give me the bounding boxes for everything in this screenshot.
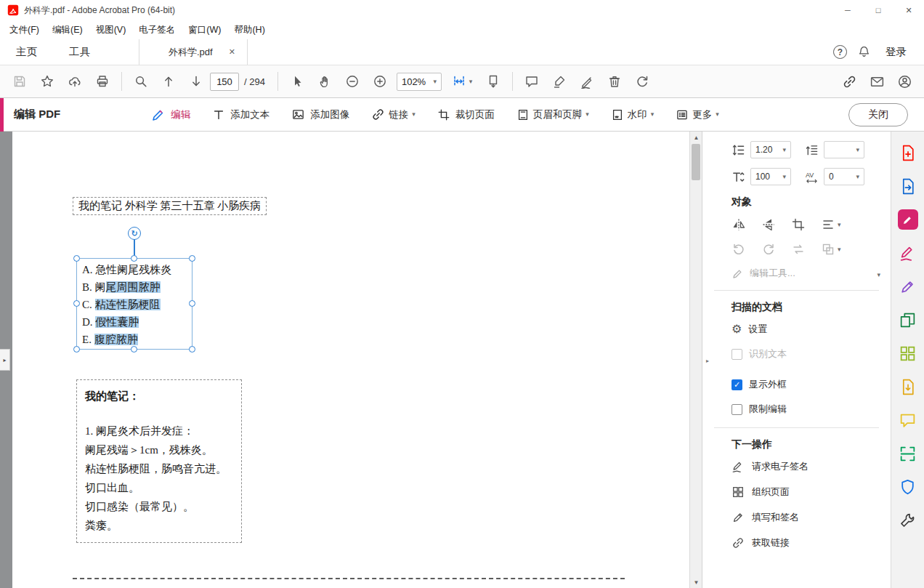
scrollbar-thumb[interactable]: [692, 144, 700, 180]
undo-icon[interactable]: [628, 69, 656, 94]
tab-tools[interactable]: 工具: [53, 39, 106, 65]
select-tool-icon[interactable]: [283, 69, 311, 94]
notifications-bell-icon[interactable]: [857, 45, 871, 59]
comment-icon[interactable]: [518, 69, 546, 94]
protect-pdf-icon[interactable]: [891, 470, 924, 504]
tool-link[interactable]: 链接: [371, 108, 416, 121]
zoom-level-select[interactable]: 102%: [397, 73, 442, 91]
fit-width-icon[interactable]: [445, 69, 479, 94]
zoom-out-icon[interactable]: [339, 69, 366, 94]
comment-rail-icon[interactable]: [891, 403, 924, 437]
edit-tool-caret-icon[interactable]: [877, 268, 880, 279]
crop-object-icon[interactable]: [791, 217, 806, 232]
tab-home[interactable]: 主页: [0, 39, 53, 65]
page-scrolling-icon[interactable]: [479, 69, 507, 94]
next-page-icon[interactable]: [182, 69, 210, 94]
restrict-edit-checkbox[interactable]: [732, 404, 742, 415]
edit-tool-dropdown[interactable]: 编辑工具...: [732, 267, 880, 280]
kerning-select[interactable]: 0: [824, 168, 864, 185]
vertical-scrollbar[interactable]: ▲ ▼: [689, 132, 702, 588]
menu-esign[interactable]: 电子签名: [132, 22, 182, 39]
hand-tool-icon[interactable]: [311, 69, 339, 94]
char-scale-select[interactable]: 100: [750, 168, 791, 185]
scan-ocr-icon[interactable]: [891, 437, 924, 470]
highlight-icon[interactable]: [546, 69, 573, 94]
scroll-down-arrow[interactable]: ▼: [690, 576, 702, 588]
close-edit-mode-button[interactable]: 关闭: [848, 103, 908, 126]
menu-file[interactable]: 文件(F): [3, 22, 46, 39]
share-upload-icon[interactable]: [61, 69, 89, 94]
page-number-input[interactable]: [210, 73, 239, 91]
export-pdf-icon[interactable]: [891, 169, 924, 203]
flip-horizontal-icon[interactable]: [732, 217, 746, 232]
action-fill-sign[interactable]: 填写和签名: [732, 511, 891, 524]
fill-sign-rail-icon[interactable]: [891, 270, 924, 303]
tool-add-text[interactable]: 添加文本: [212, 108, 270, 121]
search-icon[interactable]: [127, 69, 155, 94]
menu-edit[interactable]: 编辑(E): [46, 22, 89, 39]
tool-crop-pages[interactable]: 裁切页面: [437, 108, 495, 121]
flip-vertical-icon[interactable]: [761, 217, 776, 232]
tab-close-icon[interactable]: ✕: [229, 47, 235, 57]
action-organize-pages[interactable]: 组织页面: [732, 486, 891, 499]
left-panel-toggle[interactable]: ▸: [0, 349, 10, 371]
action-get-link[interactable]: 获取链接: [732, 536, 891, 549]
print-icon[interactable]: [89, 69, 116, 94]
paragraph-spacing-select[interactable]: [824, 141, 864, 158]
selection-handle-sw[interactable]: [73, 346, 80, 353]
trash-icon[interactable]: [601, 69, 628, 94]
save-icon[interactable]: [6, 69, 33, 94]
more-tools-icon[interactable]: [891, 504, 924, 537]
menu-view[interactable]: 视图(V): [89, 22, 133, 39]
notes-textbox[interactable]: 我的笔记： 1. 阑尾炎术后并发症： 阑尾残端＞1cm，残株炎。 粘连性肠梗阻，…: [76, 379, 242, 543]
recognize-text-checkbox[interactable]: [732, 349, 742, 360]
page-header-textbox[interactable]: 我的笔记 外科学 第三十五章 小肠疾病: [73, 197, 267, 215]
selected-textbox[interactable]: ↻ A. 急性阑尾残株炎 B. 阑尾周围脓肿 C. 粘连性肠梗阻 D. 假性囊肿: [76, 258, 192, 350]
help-icon[interactable]: ?: [833, 45, 847, 59]
action-request-signatures[interactable]: 请求电子签名: [732, 460, 891, 473]
selection-handle-w[interactable]: [73, 300, 80, 307]
star-icon[interactable]: [33, 69, 61, 94]
combine-files-icon[interactable]: [891, 303, 924, 337]
tool-watermark[interactable]: 水印: [611, 108, 654, 121]
organize-pages-rail-icon[interactable]: [891, 337, 924, 370]
show-outline-checkbox[interactable]: ✓: [732, 379, 742, 390]
recognize-text-row[interactable]: 识别文本: [732, 347, 891, 361]
tool-header-footer[interactable]: 页眉和页脚: [516, 108, 589, 121]
edit-pdf-icon-active[interactable]: [891, 203, 924, 236]
arrange-objects-dropdown[interactable]: [821, 242, 841, 257]
previous-page-icon[interactable]: [155, 69, 182, 94]
rotate-right-icon[interactable]: [761, 242, 776, 257]
get-link-icon[interactable]: [835, 69, 863, 94]
rotation-handle[interactable]: ↻: [128, 227, 141, 240]
close-button[interactable]: ✕: [893, 0, 924, 20]
tool-edit[interactable]: 编辑: [151, 108, 190, 122]
selection-handle-n[interactable]: [131, 255, 137, 262]
align-objects-dropdown[interactable]: [821, 217, 841, 232]
email-icon[interactable]: [863, 69, 891, 94]
replace-object-icon[interactable]: [791, 242, 806, 257]
right-panel-toggle[interactable]: ▸: [703, 351, 712, 370]
selection-handle-se[interactable]: [189, 346, 195, 353]
request-signatures-icon[interactable]: [891, 236, 924, 270]
create-pdf-icon[interactable]: [891, 136, 924, 169]
show-outline-row[interactable]: ✓ 显示外框: [732, 378, 891, 391]
profile-icon[interactable]: [891, 69, 918, 94]
rotate-left-icon[interactable]: [732, 242, 746, 257]
draw-icon[interactable]: [573, 69, 601, 94]
minimize-button[interactable]: ─: [832, 0, 863, 20]
maximize-button[interactable]: □: [863, 0, 893, 20]
menu-window[interactable]: 窗口(W): [182, 22, 227, 39]
signin-button[interactable]: 登录: [881, 45, 911, 59]
tool-more[interactable]: 更多: [676, 108, 719, 121]
menu-help[interactable]: 帮助(H): [227, 22, 271, 39]
selection-handle-s[interactable]: [131, 346, 137, 353]
settings-row[interactable]: ⚙ 设置: [732, 323, 891, 336]
restrict-edit-row[interactable]: 限制编辑: [732, 403, 891, 416]
document-tab[interactable]: 外科学.pdf ✕: [139, 39, 248, 65]
line-spacing-select[interactable]: 1.20: [750, 141, 791, 158]
scroll-up-arrow[interactable]: ▲: [690, 132, 702, 143]
selection-handle-e[interactable]: [189, 300, 195, 307]
selection-handle-ne[interactable]: [189, 255, 195, 262]
zoom-in-icon[interactable]: [366, 69, 394, 94]
